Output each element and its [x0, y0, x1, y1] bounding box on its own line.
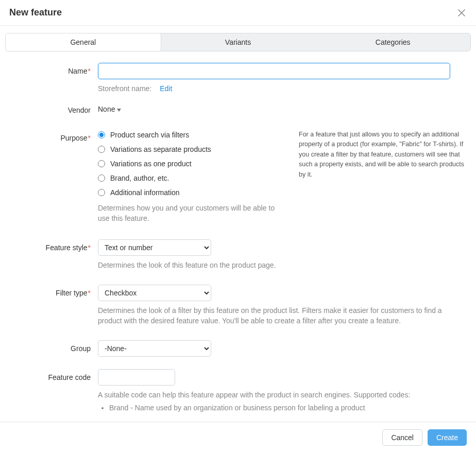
tab-variants[interactable]: Variants	[161, 33, 316, 51]
purpose-option-filters[interactable]: Product search via filters	[98, 131, 291, 139]
create-button[interactable]: Create	[428, 429, 467, 446]
row-purpose: Purpose* Product search via filters Vari…	[5, 130, 471, 224]
feature-code-item: Brand - Name used by an organization or …	[109, 404, 471, 412]
label-feature-code: Feature code	[5, 369, 98, 412]
purpose-radio-variations-separate[interactable]	[98, 146, 105, 153]
tab-general[interactable]: General	[5, 33, 161, 51]
feature-code-input[interactable]	[98, 369, 175, 386]
required-marker: *	[88, 67, 91, 75]
close-button[interactable]	[456, 8, 467, 18]
feature-style-help: Determines the look of this feature on t…	[98, 260, 443, 270]
field-vendor: None	[98, 102, 471, 114]
row-feature-style: Feature style* Text or number Determines…	[5, 239, 471, 270]
caret-down-icon	[117, 105, 121, 113]
feature-code-list: Brand - Name used by an organization or …	[109, 404, 471, 412]
dialog-body[interactable]: General Variants Categories Name* Storef…	[0, 26, 476, 422]
tab-categories[interactable]: Categories	[315, 33, 470, 51]
field-feature-style: Text or number Determines the look of th…	[98, 239, 471, 270]
feature-code-help: A suitable code can help this feature ap…	[98, 390, 443, 400]
field-purpose: Product search via filters Variations as…	[98, 130, 291, 224]
label-purpose: Purpose*	[5, 130, 98, 224]
purpose-radio-additional[interactable]	[98, 189, 105, 196]
purpose-radio-brand[interactable]	[98, 175, 105, 182]
label-vendor: Vendor	[5, 102, 98, 114]
cancel-button[interactable]: Cancel	[382, 429, 422, 446]
row-group: Group -None-	[5, 340, 471, 357]
purpose-radio-filters[interactable]	[98, 131, 105, 138]
row-vendor: Vendor None	[5, 102, 471, 114]
purpose-side-note: For a feature that just allows you to sp…	[291, 130, 471, 224]
purpose-option-brand[interactable]: Brand, author, etc.	[98, 174, 291, 182]
field-filter-type: Checkbox Determines the look of a filter…	[98, 285, 471, 326]
label-feature-style: Feature style*	[5, 239, 98, 270]
purpose-option-variations-separate[interactable]: Variations as separate products	[98, 145, 291, 153]
label-name: Name*	[5, 63, 98, 93]
storefront-name-line: Storefront name: Edit	[98, 84, 471, 93]
row-name: Name* Storefront name: Edit	[5, 63, 471, 93]
label-group: Group	[5, 340, 98, 357]
row-feature-code: Feature code A suitable code can help th…	[5, 369, 471, 412]
required-marker: *	[88, 289, 91, 297]
dialog-footer: Cancel Create	[0, 422, 476, 453]
name-input[interactable]	[98, 63, 450, 79]
purpose-option-variations-one[interactable]: Variations as one product	[98, 160, 291, 168]
storefront-name-edit-link[interactable]: Edit	[160, 84, 172, 93]
required-marker: *	[88, 134, 91, 142]
purpose-option-additional[interactable]: Additional information	[98, 188, 291, 197]
storefront-name-label: Storefront name:	[98, 84, 151, 93]
vendor-value: None	[98, 105, 115, 113]
purpose-radio-variations-one[interactable]	[98, 160, 105, 167]
field-group: -None-	[98, 340, 471, 357]
required-marker: *	[88, 243, 91, 252]
tabs: General Variants Categories	[5, 33, 471, 51]
field-name: Storefront name: Edit	[98, 63, 471, 93]
feature-style-select[interactable]: Text or number	[98, 239, 211, 256]
group-select[interactable]: -None-	[98, 340, 211, 357]
dialog-header: New feature	[0, 0, 476, 26]
filter-type-help: Determines the look of a filter by this …	[98, 305, 443, 326]
close-icon	[457, 9, 466, 17]
row-filter-type: Filter type* Checkbox Determines the loo…	[5, 285, 471, 326]
field-feature-code: A suitable code can help this feature ap…	[98, 369, 471, 412]
dialog-title: New feature	[9, 7, 62, 18]
vendor-dropdown[interactable]: None	[98, 102, 121, 113]
label-filter-type: Filter type*	[5, 285, 98, 326]
filter-type-select[interactable]: Checkbox	[98, 285, 211, 301]
purpose-help: Determines how you and your customers wi…	[98, 203, 276, 224]
purpose-radio-list: Product search via filters Variations as…	[98, 130, 291, 197]
new-feature-dialog: New feature General Variants Categories …	[0, 0, 476, 453]
